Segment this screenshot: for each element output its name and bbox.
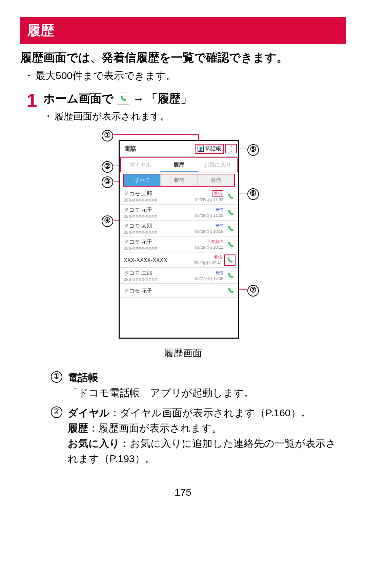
diagram: ① ② ③ ④ ⑤ ⑥ ⑦ 電話 👤 電話帳 ⋮ ダイヤル [51,133,315,343]
list-item[interactable]: ドコモ 二郎080-XXXX-XXXX着信09/28(水) 11:33 [120,188,238,205]
phone-app-icon [117,93,129,105]
history-list: ドコモ 二郎080-XXXX-XXXX着信09/28(水) 11:33ドコモ 花… [120,188,238,298]
filter-incoming[interactable]: 着信 [161,174,198,186]
overflow-menu-button[interactable]: ⋮ [225,144,237,153]
call-button[interactable] [225,240,236,250]
step-sub: 履歴画面が表示されます。 [43,110,346,123]
contact-name: ドコモ 花子 [124,287,223,295]
callout-6: ⑥ [247,187,259,200]
contact-number: 080-XXXX-XXXX [124,230,195,235]
desc-2-num: ② [51,406,62,418]
callout-3: ③ [102,175,113,188]
contact-number: 080-XXXX-XXXX [124,214,195,219]
contact-number: 080-XXXX-XXXX [124,277,195,282]
desc-2: ② ダイヤル：ダイヤル画面が表示されます（P.160）。 履歴：履歴画面が表示さ… [51,405,346,466]
filter-all[interactable]: すべて [124,174,161,186]
call-button[interactable] [225,208,236,218]
list-item[interactable]: ドコモ 花子080-XXXX-XXXX発信09/28(水) 11:05 [120,205,238,221]
callout-descriptions: ① 電話帳 「ドコモ電話帳」アプリが起動します。 ② ダイヤル：ダイヤル画面が表… [51,370,346,466]
desc-1-num: ① [51,371,62,383]
note-text: 最大500件まで表示できます。 [24,69,346,83]
callout-5: ⑤ [247,143,259,156]
step-head-pre: ホーム画面で [43,91,114,107]
desc-2-l2-bold: 履歴 [68,422,88,434]
tab-history[interactable]: 履歴 [160,158,198,172]
list-item[interactable]: ドコモ 花子080-XXXX-XXXX不在着信09/28(水) 10:22 [120,236,238,252]
list-item[interactable]: ドコモ 花子 [120,284,238,298]
step-head-post: 「履歴」 [146,91,192,107]
callout-7: ⑦ [247,284,259,297]
step-number: 1 [20,91,37,110]
step-heading: ホーム画面で → 「履歴」 [43,91,346,107]
desc-1-title: 電話帳 [68,372,98,383]
list-item[interactable]: XXX-XXXX-XXXX着信09/28(水) 09:41 [120,252,238,268]
contact-number: 080-XXXX-XXXX [124,246,195,251]
contact-name: ドコモ 花子 [124,207,195,214]
callout-1: ① [102,129,113,141]
call-time: 09/28(水) 11:33 [195,197,223,203]
desc-2-l3-bold: お気に入り [68,438,120,449]
filter-outgoing[interactable]: 発信 [198,174,234,186]
desc-2-l1-bold: ダイヤル [68,407,110,418]
call-time: 09/28(水) 10:22 [195,245,223,250]
contacts-label: 電話帳 [205,145,221,152]
contact-name: ドコモ 二郎 [124,270,195,277]
list-item[interactable]: ドコモ 太郎080-XXXX-XXXX発信09/28(水) 10:59 [120,221,238,236]
main-tabs: ダイヤル 履歴 お気に入り [120,157,238,172]
contact-name: ドコモ 二郎 [124,190,195,197]
call-button[interactable] [224,254,236,266]
contact-name: ドコモ 花子 [124,239,195,246]
call-button[interactable] [225,271,236,281]
call-button[interactable] [225,286,236,296]
call-type-badge: 発信 [195,207,223,213]
contact-name: XXX-XXXX-XXXX [124,257,194,263]
step-head-arrow: → [133,92,144,106]
history-filters: すべて 着信 発信 [123,174,235,187]
call-time: 09/27(火) 19:38 [195,276,223,282]
callout-2: ② [102,160,113,173]
callout-4: ④ [102,214,113,227]
tab-dial[interactable]: ダイヤル [121,158,160,172]
call-type-badge: 発信 [195,223,223,229]
call-button[interactable] [225,224,236,234]
phone-header-title: 電話 [120,145,195,153]
tab-favorites[interactable]: お気に入り [198,158,237,172]
call-time: 09/28(水) 11:05 [195,213,223,219]
call-type-badge: 着信 [212,190,223,197]
call-button[interactable] [225,191,236,202]
call-type-badge: 着信 [194,254,222,260]
contact-name: ドコモ 太郎 [124,223,195,230]
person-icon: 👤 [198,146,204,152]
desc-1: ① 電話帳 「ドコモ電話帳」アプリが起動します。 [51,370,346,400]
phone-header: 電話 👤 電話帳 ⋮ [120,141,238,157]
step-1: 1 ホーム画面で → 「履歴」 履歴画面が表示されます。 [20,91,346,123]
desc-2-l2-rest: ：履歴画面が表示されます。 [88,422,222,434]
phone-screenshot: 電話 👤 電話帳 ⋮ ダイヤル 履歴 お気に入り すべて 着信 発信 ドコモ 二… [119,140,239,339]
section-title: 履歴 [20,17,346,44]
contacts-button[interactable]: 👤 電話帳 [195,144,224,154]
call-type-badge: 発信 [195,270,223,276]
diagram-caption: 履歴画面 [20,347,346,360]
call-time: 09/28(水) 09:41 [194,260,222,266]
list-item[interactable]: ドコモ 二郎080-XXXX-XXXX発信09/27(火) 19:38 [120,268,238,284]
call-type-badge: 不在着信 [195,239,223,245]
call-time: 09/28(水) 10:59 [195,229,223,234]
lead-text: 履歴画面では、発着信履歴を一覧で確認できます。 [20,50,346,65]
page-number: 175 [20,487,346,498]
contact-number: 080-XXXX-XXXX [124,197,195,203]
desc-1-body: 「ドコモ電話帳」アプリが起動します。 [68,387,254,398]
desc-2-l1-rest: ：ダイヤル画面が表示されます（P.160）。 [110,407,311,418]
